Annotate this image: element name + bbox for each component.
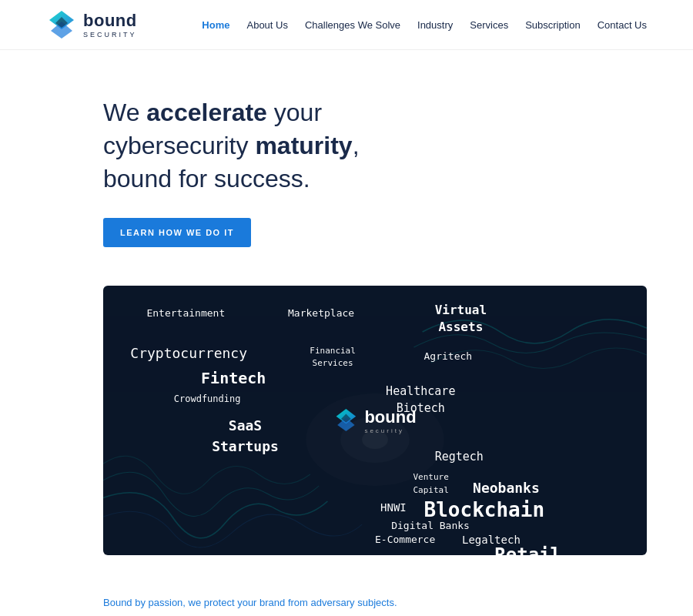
nav-links: Home About Us Challenges We Solve Indust…: [202, 19, 647, 31]
cloud-logo-icon: [333, 408, 358, 433]
word-fintech: Fintech: [201, 369, 266, 387]
word-virtual-assets: VirtualAssets: [435, 302, 487, 336]
hero-line2-end: ,: [353, 132, 360, 159]
word-blockchain: Blockchain: [424, 498, 545, 521]
hero: We accelerate your cybersecurity maturit…: [0, 50, 431, 270]
brand-name: bound: [83, 11, 137, 31]
hero-line1-bold: accelerate: [146, 99, 267, 126]
hero-line2-normal: cybersecurity: [103, 132, 255, 159]
hero-line2-bold: maturity: [255, 132, 352, 159]
nav-challenges[interactable]: Challenges We Solve: [305, 19, 400, 31]
word-venture-capital: VentureCapital: [413, 471, 448, 497]
services-heading: Services: [0, 613, 693, 616]
word-marketplace: Marketplace: [288, 307, 354, 319]
nav-home[interactable]: Home: [202, 19, 229, 31]
word-cryptocurrency: Cryptocurrency: [130, 345, 247, 361]
hero-line1-end: your: [267, 99, 322, 126]
cloud-brand-sub: security: [364, 427, 416, 434]
nav-about[interactable]: About Us: [246, 19, 287, 31]
word-ecommerce: E-Commerce: [375, 534, 435, 545]
logo-icon: [46, 9, 77, 40]
word-saas-startups: SaaSStartups: [212, 415, 279, 457]
word-retail: Retail: [494, 544, 561, 555]
logo[interactable]: bound security: [46, 9, 137, 40]
hero-headline: We accelerate your cybersecurity maturit…: [103, 96, 385, 196]
word-cloud: Entertainment Marketplace VirtualAssets …: [103, 286, 647, 555]
hero-section: We accelerate your cybersecurity maturit…: [0, 50, 693, 555]
word-regtech: Regtech: [435, 450, 484, 464]
cloud-brand-name: bound: [364, 407, 416, 426]
word-cloud-inner: Entertainment Marketplace VirtualAssets …: [103, 286, 647, 555]
cloud-logo-text: bound security: [364, 407, 416, 434]
word-agritech: Agritech: [424, 350, 473, 362]
tagline: Bound by passion, we protect your brand …: [0, 578, 693, 613]
word-crowdfunding: Crowdfunding: [174, 393, 241, 404]
nav-contact[interactable]: Contact Us: [598, 19, 647, 31]
word-neobanks: Neobanks: [473, 480, 540, 496]
hero-line3: bound for success.: [103, 165, 310, 192]
word-digital-banks: Digital Banks: [391, 520, 470, 531]
word-hnwi: HNWI: [380, 501, 407, 514]
word-entertainment: Entertainment: [146, 307, 225, 319]
word-financial-services: FinancialServices: [310, 345, 356, 370]
brand-text: bound security: [83, 11, 137, 38]
learn-how-button[interactable]: LEARN HOW WE DO IT: [103, 218, 251, 247]
cloud-logo: bound security: [333, 407, 416, 434]
brand-sub: security: [83, 31, 137, 38]
nav-services[interactable]: Services: [470, 19, 508, 31]
nav-industry[interactable]: Industry: [417, 19, 453, 31]
nav-subscription[interactable]: Subscription: [525, 19, 581, 31]
navbar: bound security Home About Us Challenges …: [0, 0, 693, 50]
hero-line1-normal: We: [103, 99, 146, 126]
